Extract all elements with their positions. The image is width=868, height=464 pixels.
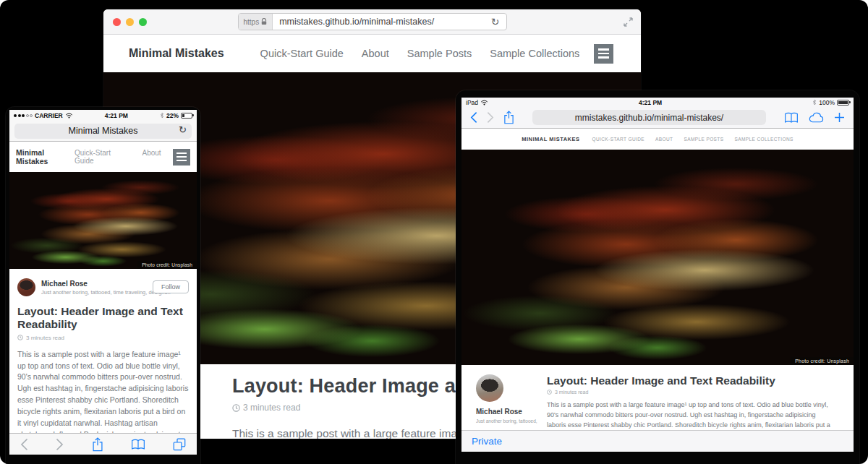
menu-toggle-button[interactable]	[594, 44, 613, 64]
nav-link-quick-start-guide[interactable]: QUICK-START GUIDE	[592, 137, 645, 142]
ipad-device: iPad 4:21 PM 100%	[456, 90, 859, 464]
bookmarks-button[interactable]	[784, 112, 799, 124]
zoom-button[interactable]	[139, 18, 147, 26]
author-bio: Just another boring, tattooed, time trav…	[41, 289, 171, 296]
bluetooth-icon	[160, 112, 164, 119]
url-text: mmistakes.github.io/minimal-mistakes/	[575, 113, 723, 123]
status-time: 4:21 PM	[488, 99, 812, 106]
safari-bottom-toolbar	[9, 433, 197, 455]
nav-link-sample-posts[interactable]: SAMPLE POSTS	[684, 137, 723, 142]
author-bio: Just another boring, tattooed,	[476, 418, 547, 424]
nav-link-quick-start-guide[interactable]: Quick-Start Guide	[75, 149, 127, 165]
site-nav-links: Quick-Start Guide About Sample Posts Sam…	[260, 48, 580, 59]
iphone-device: CARRIER 4:21 PM 22%	[6, 107, 200, 464]
carrier-label: CARRIER	[35, 112, 63, 119]
battery-percent: 22%	[166, 112, 179, 119]
nav-link-about[interactable]: About	[142, 149, 161, 165]
status-time: 4:21 PM	[73, 112, 160, 119]
site-navbar: Minimal Mistakes Quick-Start Guide About…	[103, 35, 641, 72]
nav-link-sample-collections[interactable]: SAMPLE COLLECTIONS	[734, 137, 793, 142]
close-button[interactable]	[113, 18, 121, 26]
ipad-screen: iPad 4:21 PM 100%	[461, 98, 854, 452]
photo-credit: Photo credit: Unsplash	[137, 261, 197, 269]
article: Michael Rose Just another boring, tattoo…	[9, 269, 197, 455]
page-title: Minimal Mistakes	[69, 126, 138, 136]
https-label: https	[244, 18, 260, 26]
minimize-button[interactable]	[126, 18, 134, 26]
address-bar[interactable]: mmistakes.github.io/minimal-mistakes/	[532, 110, 766, 125]
iphone-screen: CARRIER 4:21 PM 22%	[9, 110, 197, 455]
browser-chrome: https mmistakes.github.io/minimal-mistak…	[103, 9, 641, 35]
ipad-status-bar: iPad 4:21 PM 100%	[461, 98, 854, 107]
feature-header-image: Photo credit: Unsplash	[461, 150, 854, 365]
share-button[interactable]	[92, 437, 103, 452]
bookmarks-button[interactable]	[131, 439, 145, 450]
follow-button[interactable]: Follow	[153, 280, 189, 293]
site-nav-links: QUICK-START GUIDE ABOUT SAMPLE POSTS SAM…	[592, 137, 793, 142]
device-label: iPad	[466, 99, 478, 106]
read-time-label: 3 minutes read	[26, 335, 64, 341]
signal-strength-icon	[14, 114, 33, 117]
site-brand-link[interactable]: Minimal Mistakes	[129, 47, 224, 60]
site-navbar: MINIMAL MISTAKES QUICK-START GUIDE ABOUT…	[461, 129, 854, 150]
forward-button[interactable]	[487, 111, 494, 124]
window-controls	[113, 18, 147, 26]
share-button[interactable]	[503, 111, 514, 124]
wifi-icon	[65, 113, 73, 119]
responsive-showcase-canvas: https mmistakes.github.io/minimal-mistak…	[0, 0, 868, 464]
safari-toolbar: mmistakes.github.io/minimal-mistakes/	[461, 107, 854, 129]
site-nav-links: Quick-Start Guide About	[75, 149, 161, 165]
icloud-tabs-button[interactable]	[808, 112, 825, 124]
site-brand-link[interactable]: MINIMAL MISTAKES	[522, 136, 579, 142]
iphone-status-bar: CARRIER 4:21 PM 22%	[9, 110, 197, 121]
back-button[interactable]	[470, 111, 477, 124]
nav-link-about[interactable]: ABOUT	[655, 137, 673, 142]
avatar	[476, 374, 503, 402]
avatar	[17, 278, 35, 296]
read-time: 3 minutes read	[547, 390, 841, 395]
bluetooth-icon	[812, 99, 817, 106]
nav-link-sample-collections[interactable]: Sample Collections	[490, 48, 579, 59]
url-text: mmistakes.github.io/minimal-mistakes/	[273, 17, 485, 27]
private-label[interactable]: Private	[472, 436, 502, 447]
private-browsing-bar: Private	[461, 430, 854, 452]
clock-icon	[17, 335, 23, 340]
battery-percent: 100%	[819, 99, 835, 106]
https-badge: https	[239, 14, 273, 30]
author-name: Michael Rose	[41, 280, 171, 288]
iphone-url-bar-row: Minimal Mistakes ↻	[9, 121, 197, 142]
read-time: 3 minutes read	[17, 335, 189, 341]
feature-header-image: Photo credit: Unsplash	[9, 172, 197, 269]
nav-link-about[interactable]: About	[362, 48, 389, 59]
lock-icon	[261, 18, 267, 25]
reload-button[interactable]: ↻	[485, 16, 506, 27]
clock-icon	[547, 390, 552, 395]
nav-link-sample-posts[interactable]: Sample Posts	[407, 48, 472, 59]
site-navbar: Minimal Mistakes Quick-Start Guide About	[9, 142, 197, 172]
wifi-icon	[480, 100, 488, 106]
back-button[interactable]	[20, 438, 28, 451]
read-time-label: 3 minutes read	[243, 403, 300, 413]
author-block: Michael Rose Just another boring, tattoo…	[17, 278, 189, 296]
article-title: Layout: Header Image and Text Readabilit…	[547, 374, 841, 387]
forward-button[interactable]	[56, 438, 64, 451]
address-bar[interactable]: Minimal Mistakes ↻	[14, 124, 192, 139]
photo-credit: Photo credit: Unsplash	[791, 357, 854, 365]
battery-icon	[837, 100, 849, 106]
nav-link-quick-start-guide[interactable]: Quick-Start Guide	[260, 48, 344, 59]
battery-icon	[181, 113, 192, 119]
read-time-label: 3 minutes read	[555, 390, 588, 395]
author-name: Michael Rose	[476, 408, 547, 416]
article-title: Layout: Header Image and Text Readabilit…	[17, 305, 187, 332]
clock-icon	[232, 404, 240, 412]
new-tab-button[interactable]	[834, 112, 845, 123]
address-bar[interactable]: https mmistakes.github.io/minimal-mistak…	[238, 13, 507, 30]
menu-toggle-button[interactable]	[173, 149, 190, 166]
site-brand-link[interactable]: Minimal Mistakes	[16, 148, 75, 166]
fullscreen-icon[interactable]	[623, 17, 634, 27]
reload-button[interactable]: ↻	[179, 124, 187, 135]
tabs-button[interactable]	[173, 438, 186, 451]
